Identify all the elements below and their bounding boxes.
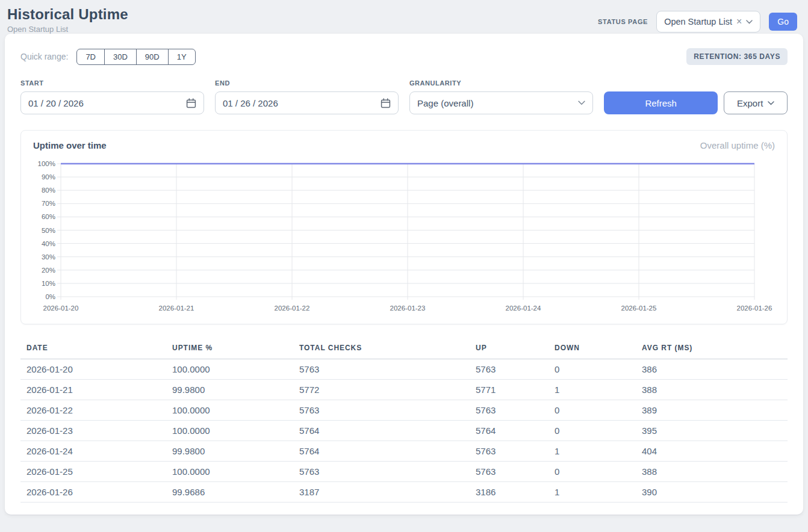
- quick-range-segmented: 7D30D90D1Y: [76, 49, 195, 65]
- granularity-select[interactable]: Page (overall): [409, 91, 593, 114]
- quick-range-group: Quick range: 7D30D90D1Y: [20, 49, 196, 65]
- retention-badge: RETENTION: 365 DAYS: [686, 48, 788, 65]
- svg-text:2026-01-24: 2026-01-24: [506, 305, 541, 312]
- page-title: Historical Uptime: [7, 6, 128, 23]
- start-date-value: 01 / 20 / 2026: [28, 98, 84, 108]
- table-cell: 395: [636, 421, 788, 441]
- clear-selection-icon[interactable]: ×: [736, 17, 742, 26]
- table-cell: 2026-01-20: [20, 359, 166, 380]
- quick-range-90d[interactable]: 90D: [136, 49, 169, 65]
- svg-text:40%: 40%: [42, 240, 55, 247]
- column-header: TOTAL CHECKS: [293, 339, 470, 359]
- table-cell: 0: [549, 462, 636, 482]
- table-row: 2026-01-20100.0000576357630386: [20, 359, 788, 380]
- end-date-input[interactable]: 01 / 26 / 2026: [215, 91, 399, 114]
- table-cell: 404: [636, 441, 788, 462]
- export-label: Export: [737, 98, 763, 108]
- uptime-chart: 0%10%20%30%40%50%60%70%80%90%100%2026-01…: [33, 154, 775, 315]
- end-date-field: END 01 / 26 / 2026: [215, 79, 399, 114]
- column-header: DATE: [20, 339, 166, 359]
- chevron-down-icon: [768, 101, 774, 105]
- chart-title: Uptime over time: [33, 140, 107, 150]
- table-cell: 0: [549, 400, 636, 421]
- granularity-field: GRANULARITY Page (overall): [409, 79, 593, 114]
- svg-text:2026-01-22: 2026-01-22: [275, 305, 310, 312]
- table-cell: 3186: [470, 482, 549, 503]
- table-cell: 5763: [293, 400, 470, 421]
- svg-text:60%: 60%: [42, 213, 55, 220]
- filters-row: START 01 / 20 / 2026 END 01 / 26 / 2026 …: [20, 79, 788, 114]
- table-cell: 2026-01-23: [20, 421, 166, 441]
- table-cell: 0: [549, 421, 636, 441]
- end-date-value: 01 / 26 / 2026: [223, 98, 278, 108]
- table-cell: 2026-01-25: [20, 462, 166, 482]
- granularity-label: GRANULARITY: [409, 79, 593, 87]
- start-date-input[interactable]: 01 / 20 / 2026: [20, 91, 204, 114]
- quick-range-7d[interactable]: 7D: [76, 49, 105, 65]
- table-cell: 99.9800: [166, 441, 293, 462]
- title-block: Historical Uptime Open Startup List: [7, 6, 128, 34]
- table-cell: 3187: [293, 482, 470, 503]
- chevron-down-icon: [746, 20, 753, 24]
- table-cell: 389: [636, 400, 788, 421]
- status-page-label: STATUS PAGE: [598, 18, 648, 25]
- uptime-table-wrap: DATEUPTIME %TOTAL CHECKSUPDOWNAVG RT (MS…: [20, 339, 788, 503]
- page-subtitle: Open Startup List: [7, 25, 128, 34]
- table-cell: 100.0000: [166, 421, 293, 441]
- table-cell: 100.0000: [166, 462, 293, 482]
- table-cell: 5771: [470, 380, 549, 400]
- svg-text:90%: 90%: [42, 173, 55, 181]
- table-cell: 99.9686: [166, 482, 293, 503]
- table-cell: 5764: [293, 421, 470, 441]
- svg-text:70%: 70%: [42, 200, 55, 207]
- table-cell: 386: [636, 359, 788, 380]
- start-date-field: START 01 / 20 / 2026: [20, 79, 204, 114]
- export-button[interactable]: Export: [724, 91, 788, 114]
- table-cell: 390: [636, 482, 788, 503]
- svg-text:0%: 0%: [45, 293, 55, 300]
- status-page-value: Open Startup List: [664, 17, 732, 26]
- granularity-value: Page (overall): [417, 98, 473, 108]
- go-button[interactable]: Go: [769, 13, 797, 31]
- table-cell: 0: [549, 359, 636, 380]
- quick-range-30d[interactable]: 30D: [104, 49, 137, 65]
- main-panel: Quick range: 7D30D90D1Y RETENTION: 365 D…: [5, 34, 803, 515]
- table-cell: 99.9800: [166, 380, 293, 400]
- chart-header: Uptime over time Overall uptime (%): [33, 140, 775, 150]
- svg-text:10%: 10%: [42, 280, 55, 287]
- header-controls: STATUS PAGE Open Startup List × Go: [598, 11, 797, 32]
- svg-text:2026-01-23: 2026-01-23: [390, 305, 426, 312]
- svg-text:80%: 80%: [42, 187, 55, 194]
- table-cell: 5764: [470, 421, 549, 441]
- svg-text:2026-01-21: 2026-01-21: [159, 305, 194, 312]
- refresh-button[interactable]: Refresh: [604, 91, 718, 114]
- table-cell: 5763: [470, 441, 549, 462]
- table-row: 2026-01-22100.0000576357630389: [20, 400, 788, 421]
- table-cell: 1: [549, 441, 636, 462]
- table-cell: 388: [636, 462, 788, 482]
- column-header: UPTIME %: [166, 339, 293, 359]
- table-row: 2026-01-23100.0000576457640395: [20, 421, 788, 441]
- page-header: Historical Uptime Open Startup List STAT…: [0, 0, 808, 34]
- calendar-icon[interactable]: [381, 98, 391, 108]
- table-row: 2026-01-25100.0000576357630388: [20, 462, 788, 482]
- calendar-icon[interactable]: [186, 98, 196, 108]
- table-cell: 5763: [293, 359, 470, 380]
- svg-text:2026-01-20: 2026-01-20: [43, 305, 79, 312]
- table-cell: 388: [636, 380, 788, 400]
- table-cell: 5763: [470, 400, 549, 421]
- table-header: DATEUPTIME %TOTAL CHECKSUPDOWNAVG RT (MS…: [20, 339, 788, 359]
- table-cell: 2026-01-22: [20, 400, 166, 421]
- svg-text:30%: 30%: [42, 253, 55, 261]
- quick-range-1y[interactable]: 1Y: [168, 49, 196, 65]
- chevron-down-icon: [578, 101, 585, 105]
- svg-text:20%: 20%: [42, 267, 55, 274]
- svg-text:100%: 100%: [38, 160, 55, 167]
- column-header: AVG RT (MS): [636, 339, 788, 359]
- svg-text:2026-01-25: 2026-01-25: [621, 305, 657, 312]
- quick-range-label: Quick range:: [20, 52, 68, 61]
- start-label: START: [20, 79, 204, 87]
- table-cell: 5763: [470, 462, 549, 482]
- table-cell: 100.0000: [166, 359, 293, 380]
- status-page-select[interactable]: Open Startup List ×: [656, 11, 760, 32]
